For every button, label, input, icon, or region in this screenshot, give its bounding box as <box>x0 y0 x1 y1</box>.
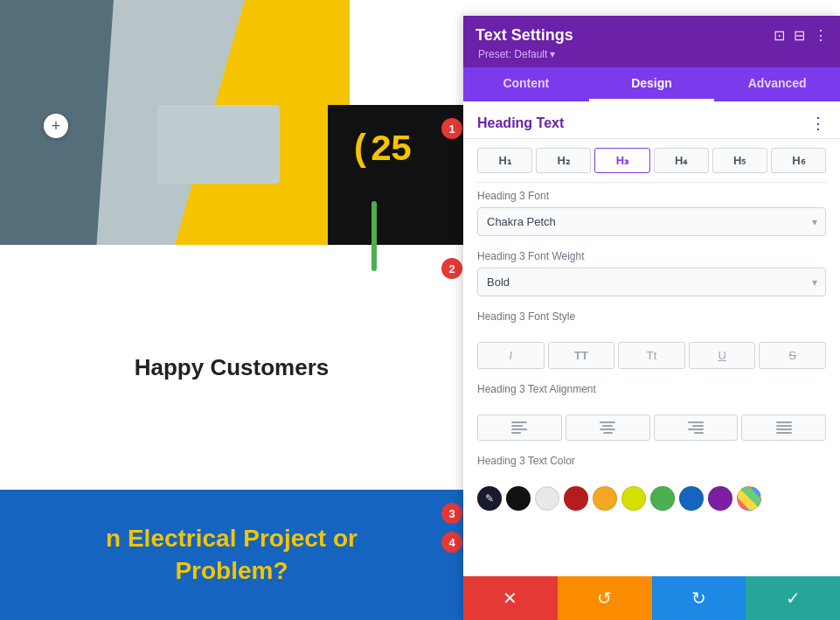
middle-section: Happy Customers <box>0 245 463 490</box>
yellow-swatch[interactable] <box>621 486 646 511</box>
text-settings-panel: Text Settings ⊡ ⊟ ⋮ Preset: Default▾ Con… <box>463 16 840 620</box>
badge-2: 2 <box>441 258 462 279</box>
color-field-group: Heading 3 Text Color <box>463 448 840 479</box>
font-select[interactable]: Chakra Petch <box>477 207 826 236</box>
heading-h2-button[interactable]: H₂ <box>536 148 591 173</box>
cancel-button[interactable]: ✕ <box>463 576 558 620</box>
tab-advanced[interactable]: Advanced <box>714 67 840 101</box>
strikethrough-button[interactable]: S <box>759 342 826 369</box>
alignment-label: Heading 3 Text Alignment <box>477 383 826 395</box>
section-more-icon[interactable]: ⋮ <box>810 114 826 133</box>
panel-header: Text Settings ⊡ ⊟ ⋮ Preset: Default▾ <box>463 16 840 67</box>
align-buttons <box>463 408 840 448</box>
align-left-button[interactable] <box>477 414 562 441</box>
green-swatch[interactable] <box>650 486 675 511</box>
badge-3: 3 <box>441 503 462 524</box>
heading-h1-button[interactable]: H₁ <box>477 148 532 173</box>
badge-1: 1 <box>441 118 462 139</box>
badge-4: 4 <box>441 532 462 553</box>
align-right-icon <box>688 421 704 434</box>
save-button[interactable]: ✓ <box>746 576 840 620</box>
panel-preset[interactable]: Preset: Default▾ <box>476 48 828 60</box>
white-swatch[interactable] <box>535 486 559 511</box>
pen-swatch[interactable]: ✎ <box>477 486 502 511</box>
panel-header-top: Text Settings ⊡ ⊟ ⋮ <box>476 26 828 45</box>
panel-tabs: Content Design Advanced <box>463 67 840 101</box>
color-label: Heading 3 Text Color <box>477 455 826 467</box>
redo-button[interactable]: ↻ <box>652 576 746 620</box>
align-center-button[interactable] <box>566 414 650 441</box>
black-swatch[interactable] <box>506 486 531 511</box>
orange-swatch[interactable] <box>593 486 617 511</box>
heading-h5-button[interactable]: H₅ <box>712 148 767 173</box>
panel-footer: ✕ ↺ ↻ ✓ <box>463 576 840 620</box>
multi-swatch[interactable] <box>737 486 761 511</box>
blue-section: n Electrical Project or Problem? <box>0 490 463 620</box>
heading-h3-button[interactable]: H₃ <box>594 148 649 173</box>
pipe-area <box>157 105 280 184</box>
font-select-wrapper: Chakra Petch ▾ <box>477 207 826 236</box>
font-style-label: Heading 3 Font Style <box>477 310 826 323</box>
italic-button[interactable]: I <box>477 342 545 369</box>
more-options-icon[interactable]: ⋮ <box>814 27 828 44</box>
font-style-field-group: Heading 3 Font Style <box>463 303 840 335</box>
align-justify-icon <box>776 421 792 434</box>
tab-content[interactable]: Content <box>463 67 589 101</box>
align-justify-button[interactable] <box>741 414 826 441</box>
happy-customers-text: Happy Customers <box>135 354 330 381</box>
underline-button[interactable]: U <box>689 342 756 369</box>
heading-buttons: H₁ H₂ H₃ H₄ H₅ H₆ <box>463 139 840 182</box>
counter-text: (25 <box>350 129 411 171</box>
font-weight-select-wrapper: Bold ▾ <box>477 268 826 296</box>
heading-h6-button[interactable]: H₆ <box>771 148 826 173</box>
add-button[interactable]: + <box>44 114 68 138</box>
font-label: Heading 3 Font <box>477 190 826 202</box>
section-header: Heading Text ⋮ <box>463 101 840 139</box>
reset-button[interactable]: ↺ <box>558 576 652 620</box>
tab-design[interactable]: Design <box>589 67 715 101</box>
align-center-icon <box>600 421 615 434</box>
section-title: Heading Text <box>477 115 564 131</box>
window-split-icon[interactable]: ⊟ <box>794 27 805 44</box>
window-minimize-icon[interactable]: ⊡ <box>774 27 785 44</box>
red-swatch[interactable] <box>564 486 588 511</box>
font-field-group: Heading 3 Font Chakra Petch ▾ <box>463 183 840 243</box>
panel-body: Heading Text ⋮ H₁ H₂ H₃ H₄ H₅ H₆ Heading… <box>463 101 840 576</box>
image-area <box>0 0 463 245</box>
panel-header-icons: ⊡ ⊟ ⋮ <box>774 27 828 44</box>
style-buttons: I TT Tt U S <box>463 335 840 376</box>
panel-title: Text Settings <box>476 26 573 45</box>
blue-swatch[interactable] <box>679 486 704 511</box>
alignment-field-group: Heading 3 Text Alignment <box>463 376 840 408</box>
font-weight-field-group: Heading 3 Font Weight Bold ▾ <box>463 243 840 303</box>
capitalize-button[interactable]: Tt <box>618 342 685 369</box>
heading-h4-button[interactable]: H₄ <box>654 148 709 173</box>
font-weight-select[interactable]: Bold <box>477 268 826 296</box>
purple-swatch[interactable] <box>708 486 732 511</box>
color-swatches: ✎ <box>463 479 840 518</box>
align-left-icon <box>511 421 527 434</box>
align-right-button[interactable] <box>654 414 739 441</box>
blue-title: n Electrical Project or Problem? <box>106 523 358 587</box>
scroll-accent <box>371 201 377 271</box>
font-weight-label: Heading 3 Font Weight <box>477 250 826 262</box>
uppercase-button[interactable]: TT <box>548 342 615 369</box>
